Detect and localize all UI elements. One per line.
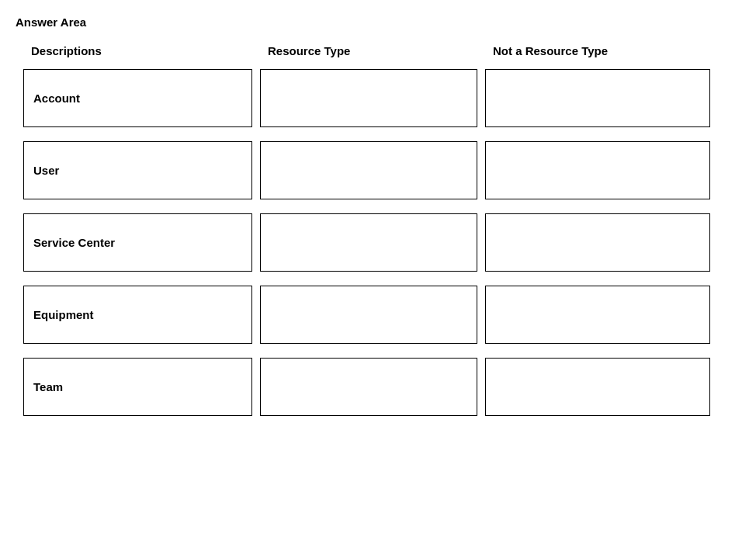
user-label: User [33,164,59,177]
table-row: Service Center [16,213,740,272]
header-row: Descriptions Resource Type Not a Resourc… [16,44,740,57]
answer-area-title: Answer Area [16,16,740,29]
not-resource-type-cell-service-center[interactable] [485,213,710,272]
service-center-label: Service Center [33,236,115,249]
description-cell-account: Account [23,69,252,127]
description-cell-team: Team [23,358,252,416]
table-row: Equipment [16,286,740,344]
resource-type-cell-equipment[interactable] [260,286,477,344]
resource-type-cell-user[interactable] [260,141,477,199]
description-cell-service-center: Service Center [23,213,252,272]
table-row: User [16,141,740,199]
header-descriptions: Descriptions [23,44,260,57]
not-resource-type-cell-team[interactable] [485,358,710,416]
description-cell-user: User [23,141,252,199]
account-label: Account [33,92,80,105]
equipment-label: Equipment [33,308,94,321]
resource-type-cell-account[interactable] [260,69,477,127]
resource-type-cell-service-center[interactable] [260,213,477,272]
table-row: Account [16,69,740,127]
table-row: Team [16,358,740,416]
resource-type-cell-team[interactable] [260,358,477,416]
team-label: Team [33,380,63,393]
header-resource-type: Resource Type [260,44,485,57]
not-resource-type-cell-equipment[interactable] [485,286,710,344]
header-not-resource-type: Not a Resource Type [485,44,710,57]
not-resource-type-cell-account[interactable] [485,69,710,127]
description-cell-equipment: Equipment [23,286,252,344]
table-container: Descriptions Resource Type Not a Resourc… [16,44,740,416]
not-resource-type-cell-user[interactable] [485,141,710,199]
